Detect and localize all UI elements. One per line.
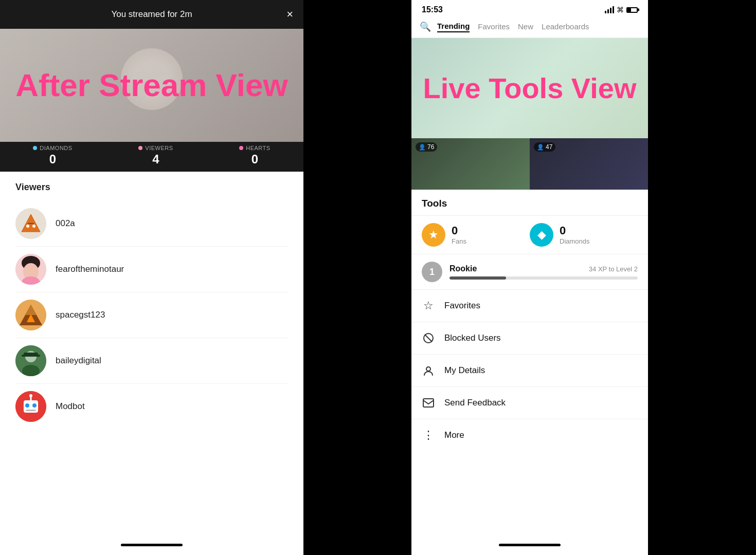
tab-favorites[interactable]: Favorites: [478, 21, 510, 32]
diamonds-circle: ◆: [530, 223, 553, 247]
live-tools-title: Live Tools View: [423, 72, 637, 104]
avatar: [15, 345, 46, 376]
favorites-label: Favorites: [444, 301, 480, 311]
more-icon: ⋮: [422, 429, 435, 442]
viewer-username: baileydigital: [56, 356, 101, 366]
left-panel: You streamed for 2m × After Stream View …: [0, 0, 303, 555]
my-details-label: My Details: [444, 365, 485, 376]
diamonds-value: 0: [49, 152, 56, 166]
thumbnail-2[interactable]: 👤 47: [530, 138, 648, 190]
level-top: Rookie 34 XP to Level 2: [449, 264, 638, 273]
avatar: [15, 391, 46, 422]
tab-trending[interactable]: Trending: [437, 21, 470, 32]
svg-point-20: [25, 403, 29, 408]
fans-stat: ★ 0 Fans: [422, 223, 530, 247]
diamond-icon: ◆: [537, 228, 546, 242]
nav-bar: 🔍 Trending Favorites New Leaderboards: [411, 16, 648, 38]
search-icon[interactable]: 🔍: [420, 21, 431, 32]
right-panel: 15:53 ⌘ 🔍 Trending Favorites New: [303, 0, 756, 555]
diamonds-dot: [33, 146, 37, 150]
home-indicator-right: [499, 544, 561, 546]
diamonds-text: 0 Diamonds: [560, 225, 590, 245]
battery-icon: [626, 7, 638, 13]
close-button[interactable]: ×: [286, 9, 293, 20]
viewer-item[interactable]: fearoftheminotaur: [15, 247, 288, 292]
stat-hearts: HEARTS 0: [239, 145, 270, 166]
diamonds-label: Diamonds: [560, 237, 590, 245]
viewer-item[interactable]: Modbot: [15, 384, 288, 429]
nav-tabs: Trending Favorites New Leaderboards: [437, 21, 589, 32]
viewers-section: Viewers 002a: [0, 172, 303, 534]
phone-frame-right: 15:53 ⌘ 🔍 Trending Favorites New: [411, 0, 648, 555]
status-bar: 15:53 ⌘: [411, 0, 648, 16]
menu-send-feedback[interactable]: Send Feedback: [411, 387, 648, 419]
after-stream-title: After Stream View: [10, 68, 293, 103]
svg-rect-17: [22, 355, 40, 357]
fans-count: 0: [452, 225, 466, 236]
signal-bar-4: [613, 6, 614, 13]
stream-overlay: After Stream View: [0, 29, 303, 142]
tools-section: Tools ★ 0 Fans ◆ 0: [411, 190, 648, 534]
viewer-item[interactable]: spacegst123: [15, 292, 288, 338]
hearts-value: 0: [251, 152, 258, 166]
fans-circle: ★: [422, 223, 445, 247]
stream-header-title: You streamed for 2m: [111, 9, 192, 20]
viewer-count-badge-2: 👤 47: [534, 142, 555, 152]
thumbnail-1[interactable]: 👤 76: [411, 138, 530, 190]
viewer-username: 002a: [56, 218, 75, 229]
menu-my-details[interactable]: My Details: [411, 355, 648, 387]
viewer-item[interactable]: baileydigital: [15, 338, 288, 384]
hearts-label: HEARTS: [246, 145, 270, 151]
more-label: More: [444, 430, 464, 440]
viewer-count-badge-1: 👤 76: [416, 142, 437, 152]
progress-bar-fill: [449, 276, 506, 280]
person-icon: 👤: [537, 144, 544, 151]
fans-text: 0 Fans: [452, 225, 466, 245]
tab-leaderboards[interactable]: Leaderboards: [542, 21, 589, 32]
level-name: Rookie: [449, 264, 477, 273]
feedback-label: Send Feedback: [444, 398, 506, 408]
tab-new[interactable]: New: [518, 21, 533, 32]
person-icon: 👤: [419, 144, 426, 151]
diamonds-stat: ◆ 0 Diamonds: [530, 223, 638, 247]
battery-fill: [627, 8, 631, 12]
tools-stats-row: ★ 0 Fans ◆ 0 Diamonds: [411, 216, 648, 254]
tools-header: Tools: [411, 190, 648, 216]
blocked-icon: [422, 331, 435, 345]
thumbnails-row: 👤 76 👤 47: [411, 138, 648, 190]
wifi-icon: ⌘: [617, 6, 624, 14]
viewer-item[interactable]: 002a: [15, 201, 288, 247]
stats-bar: DIAMONDS 0 VIEWERS 4 HEARTS 0: [0, 142, 303, 172]
blocked-label: Blocked Users: [444, 333, 501, 343]
signal-bars: [605, 6, 614, 13]
svg-point-21: [32, 403, 37, 408]
level-row: 1 Rookie 34 XP to Level 2: [411, 254, 648, 290]
home-indicator: [121, 544, 183, 546]
mail-icon: [422, 396, 435, 410]
stat-viewers: VIEWERS 4: [138, 145, 173, 166]
stream-preview: After Stream View: [0, 29, 303, 142]
stat-diamonds: DIAMONDS 0: [33, 145, 72, 166]
viewers-value: 4: [152, 152, 159, 166]
svg-point-24: [29, 394, 32, 397]
star-icon: ★: [428, 228, 439, 242]
progress-bar-bg: [449, 276, 638, 280]
right-bottom-bar: [411, 534, 648, 555]
status-time: 15:53: [422, 5, 443, 14]
stream-header: You streamed for 2m ×: [0, 0, 303, 29]
live-banner: Live Tools View: [411, 38, 648, 138]
status-icons: ⌘: [605, 6, 638, 14]
menu-favorites[interactable]: ☆ Favorites: [411, 290, 648, 322]
signal-bar-2: [607, 9, 609, 13]
signal-bar-3: [610, 8, 611, 13]
svg-point-2: [26, 225, 29, 228]
svg-line-26: [425, 335, 432, 342]
viewers-section-title: Viewers: [15, 182, 288, 193]
left-bottom-bar: [0, 534, 303, 555]
viewer-count-2: 47: [546, 143, 552, 151]
menu-more[interactable]: ⋮ More: [411, 419, 648, 451]
menu-blocked-users[interactable]: Blocked Users: [411, 322, 648, 355]
level-xp: 34 XP to Level 2: [589, 265, 638, 273]
level-badge: 1: [422, 262, 442, 282]
viewer-username: Modbot: [56, 401, 85, 412]
